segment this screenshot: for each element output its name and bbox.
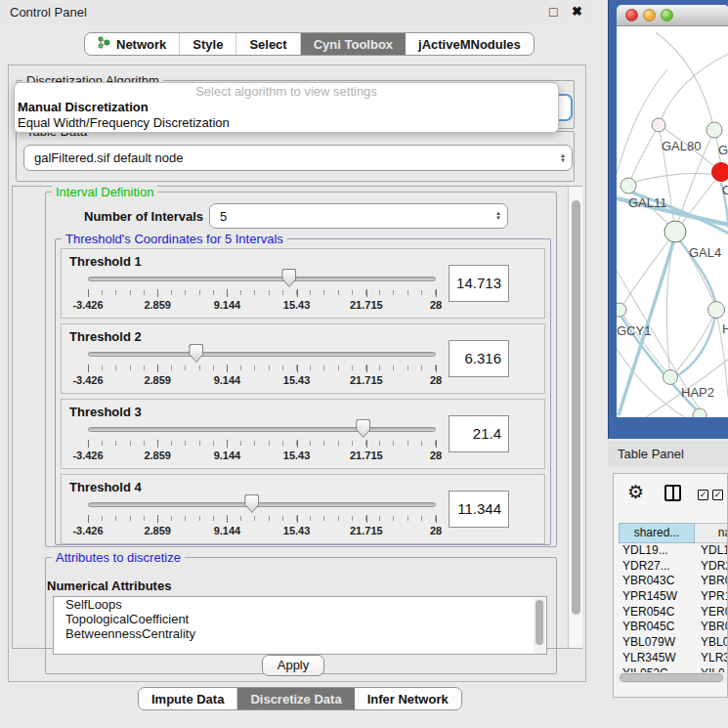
threshold-4-panel: Threshold 4 -3.4262.8599.14415.4321.7152…: [61, 474, 545, 544]
mac-close-icon[interactable]: [625, 9, 638, 21]
network-view-window: GAL80 G. C GAL11 GAL4 GCY1 H HAP2: [608, 0, 728, 439]
table-cell-shared-name[interactable]: YLR345W: [619, 651, 695, 666]
table-cell-shared-name[interactable]: YER054C: [619, 605, 695, 621]
numerical-attributes-list[interactable]: SelfLoopsTopologicalCoefficientBetweenne…: [53, 596, 547, 655]
column-header-shared-name[interactable]: shared...: [619, 523, 695, 543]
network-node[interactable]: [664, 370, 678, 385]
table-cell-name[interactable]: YLR3: [695, 651, 728, 666]
table-row[interactable]: YDR27...YDR2: [619, 559, 728, 575]
table-cell-name[interactable]: YBR0: [695, 620, 728, 635]
network-window-titlebar[interactable]: [617, 5, 728, 26]
threshold-slider[interactable]: -3.4262.8599.14415.4321.71528: [87, 342, 437, 393]
network-canvas[interactable]: GAL80 G. C GAL11 GAL4 GCY1 H HAP2: [617, 26, 728, 417]
gear-icon[interactable]: ⚙: [627, 481, 644, 503]
attribute-item[interactable]: SelfLoops: [54, 597, 546, 612]
tab-cyni-toolbox[interactable]: Cyni Toolbox: [301, 33, 406, 55]
table-row[interactable]: YDL19...YDL1: [619, 543, 728, 559]
tab-jactivemnodules[interactable]: jActiveMNodules: [406, 33, 534, 55]
network-node-selected[interactable]: [712, 163, 728, 182]
table-row[interactable]: YBR045CYBR0: [619, 620, 728, 635]
network-node[interactable]: [621, 178, 636, 193]
table-row[interactable]: YLR345WYLR3: [619, 651, 728, 666]
split-columns-icon[interactable]: [664, 485, 681, 501]
horizontal-scrollbar[interactable]: [617, 672, 726, 683]
table-row[interactable]: YPR145WYPR1: [619, 589, 728, 605]
table-cell-shared-name[interactable]: YBR045C: [619, 620, 695, 635]
dropdown-option-equal-width[interactable]: Equal Width/Frequency Discretization: [15, 115, 558, 131]
checkbox-icon[interactable]: ✓: [698, 490, 708, 500]
attribute-item[interactable]: BetweennessCentrality: [54, 626, 546, 641]
threshold-value-field[interactable]: 6.316: [449, 340, 509, 377]
network-node[interactable]: [708, 302, 725, 319]
dropdown-prompt-item[interactable]: Select algorithm to view settings: [15, 83, 558, 100]
axis-major-tick: [157, 364, 158, 372]
tab-discretize-data[interactable]: Discretize Data: [237, 688, 354, 709]
table-cell-name[interactable]: YER0: [695, 605, 728, 621]
network-node[interactable]: [693, 408, 707, 417]
threshold-value-field[interactable]: 21.4: [449, 415, 509, 452]
list-scrollbar[interactable]: [534, 598, 545, 655]
network-node-label: H: [722, 321, 728, 336]
combo-stepper-icon[interactable]: ▲ ▼: [554, 153, 572, 163]
axis-tick-label: 21.715: [350, 374, 383, 386]
slider-thumb[interactable]: [189, 344, 203, 363]
threshold-value-field[interactable]: 11.344: [449, 491, 509, 528]
threshold-slider[interactable]: -3.4262.8599.14415.4321.71528: [87, 492, 437, 543]
tab-impute-data[interactable]: Impute Data: [139, 688, 237, 709]
axis-tick-label: 2.859: [144, 299, 171, 311]
table-cell-shared-name[interactable]: YBR043C: [619, 574, 695, 589]
attributes-group-title: Attributes to discretize: [52, 550, 185, 565]
axis-major-tick: [88, 440, 89, 448]
number-of-intervals-combobox[interactable]: 5 ▲ ▼: [209, 203, 508, 229]
combo-stepper-icon[interactable]: ▲ ▼: [490, 211, 507, 221]
table-row[interactable]: YBL079WYBL0: [619, 635, 728, 651]
list-scrollbar-thumb[interactable]: [535, 600, 543, 645]
mac-zoom-icon[interactable]: [661, 9, 673, 21]
table-cell-name[interactable]: YPR1: [695, 589, 728, 605]
table-cell-name[interactable]: YDR2: [695, 559, 728, 575]
table-row[interactable]: YER054CYER0: [619, 605, 728, 621]
network-node[interactable]: [707, 122, 722, 138]
table-cell-name[interactable]: YDL1: [695, 543, 728, 559]
network-node-label: GCY1: [617, 323, 651, 338]
axis-major-tick: [157, 289, 158, 297]
apply-button[interactable]: Apply: [262, 655, 324, 676]
float-window-icon[interactable]: □: [549, 4, 557, 20]
axis-tick-label: 15.43: [283, 299, 311, 311]
axis-major-tick: [227, 440, 228, 448]
slider-thumb[interactable]: [244, 494, 259, 513]
slider-thumb[interactable]: [281, 269, 296, 287]
network-graph[interactable]: GAL80 G. C GAL11 GAL4 GCY1 H HAP2: [617, 26, 728, 417]
slider-thumb[interactable]: [356, 419, 370, 438]
threshold-slider[interactable]: -3.4262.8599.14415.4321.71528: [87, 417, 437, 468]
table-row[interactable]: YBR043CYBR0: [619, 574, 728, 589]
tab-infer-network[interactable]: Infer Network: [355, 688, 461, 709]
checkbox-icon[interactable]: ✓: [712, 490, 723, 500]
vertical-scrollbar[interactable]: [568, 187, 582, 648]
table-cell-name[interactable]: YBR0: [695, 574, 728, 589]
tab-style[interactable]: Style: [180, 33, 236, 55]
tab-select[interactable]: Select: [236, 33, 300, 55]
table-cell-shared-name[interactable]: YBL079W: [619, 635, 695, 651]
threshold-slider[interactable]: -3.4262.8599.14415.4321.71528: [87, 267, 437, 318]
table-cell-shared-name[interactable]: YDR27...: [619, 559, 695, 575]
network-node[interactable]: [617, 303, 626, 317]
dropdown-option-manual-discretization[interactable]: Manual Discretization: [15, 100, 558, 115]
network-node[interactable]: [664, 221, 686, 242]
vertical-scrollbar-thumb[interactable]: [572, 200, 580, 615]
table-cell-name[interactable]: YBL0: [695, 635, 728, 651]
horizontal-scrollbar-thumb[interactable]: [620, 673, 723, 682]
axis-tick-label: 15.43: [283, 525, 311, 536]
axis-tick-label: 9.144: [214, 450, 241, 461]
table-data-combobox[interactable]: galFiltered.sif default node ▲ ▼: [23, 145, 573, 171]
tab-network[interactable]: Network: [85, 33, 180, 55]
table-cell-shared-name[interactable]: YPR145W: [619, 589, 695, 605]
close-icon[interactable]: ✖: [572, 4, 582, 19]
network-node[interactable]: [652, 118, 665, 132]
slider-ticks: [88, 441, 436, 446]
mac-minimize-icon[interactable]: [643, 9, 656, 21]
table-cell-shared-name[interactable]: YDL19...: [619, 543, 695, 559]
threshold-value-field[interactable]: 14.713: [449, 265, 509, 302]
attribute-item[interactable]: TopologicalCoefficient: [54, 612, 546, 626]
column-header-name[interactable]: na: [695, 523, 728, 543]
